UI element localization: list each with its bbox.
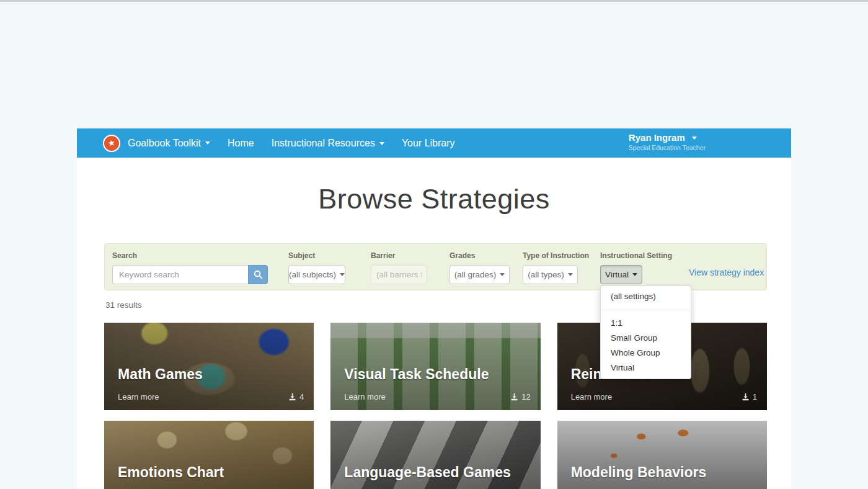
menu-item-one-to-one[interactable]: 1:1 <box>601 316 691 331</box>
search-icon <box>254 270 263 279</box>
instructional-setting-label: Instructional Setting <box>600 251 672 260</box>
nav-item-your-library[interactable]: Your Library <box>402 138 455 149</box>
navbar: ★ Goalbook Toolkit Home Instructional Re… <box>77 128 791 158</box>
menu-item-virtual[interactable]: Virtual <box>601 361 691 375</box>
caret-down-icon <box>379 142 384 145</box>
menu-item-small-group[interactable]: Small Group <box>601 331 691 346</box>
grades-value: (all grades) <box>454 270 497 279</box>
results-count: 31 results <box>105 300 142 310</box>
caret-down-icon <box>500 273 505 276</box>
menu-divider <box>601 310 691 310</box>
caret-down-icon <box>632 273 637 276</box>
download-icon <box>510 393 518 401</box>
setting-value: Virtual <box>605 270 629 279</box>
download-count: 12 <box>521 392 530 402</box>
strategy-card-visual-task-schedule[interactable]: Visual Task Schedule Learn more 12 <box>330 323 540 410</box>
search-button[interactable] <box>248 265 268 284</box>
card-title: Emotions Chart <box>118 464 224 481</box>
window-top-edge <box>0 0 868 2</box>
page-title: Browse Strategies <box>77 183 791 215</box>
strategy-card-modeling-behaviors[interactable]: Modeling Behaviors <box>557 421 767 489</box>
caret-down-icon <box>568 273 573 276</box>
menu-item-all-settings[interactable]: (all settings) <box>601 289 691 304</box>
grades-label: Grades <box>450 251 510 260</box>
filter-bar: Search Subject (all subjects) Barrier Gr… <box>104 243 767 290</box>
type-of-instruction-label: Type of Instruction <box>523 251 589 260</box>
card-title: Modeling Behaviors <box>571 464 707 481</box>
caret-down-icon <box>692 137 697 140</box>
download-icon <box>742 393 750 401</box>
type-value: (all types) <box>528 270 564 279</box>
subject-value: (all subjects) <box>289 270 336 279</box>
strategy-card-language-based-games[interactable]: Language-Based Games <box>330 421 540 489</box>
grades-dropdown[interactable]: (all grades) <box>450 265 510 284</box>
user-name: Ryan Ingram <box>629 132 685 143</box>
view-strategy-index-link[interactable]: View strategy index <box>689 267 764 277</box>
nav-item-instructional-resources[interactable]: Instructional Resources <box>272 138 384 149</box>
goalbook-logo-icon: ★ <box>103 135 120 152</box>
brand-label: Goalbook Toolkit <box>128 138 201 149</box>
barrier-label: Barrier <box>371 251 427 260</box>
search-input[interactable] <box>112 265 248 284</box>
nav-item-label: Instructional Resources <box>272 138 375 148</box>
instructional-setting-dropdown[interactable]: Virtual <box>600 265 642 284</box>
user-role: Special Education Teacher <box>629 144 706 151</box>
brand-menu[interactable]: ★ Goalbook Toolkit <box>103 135 210 152</box>
user-menu[interactable]: Ryan Ingram Special Education Teacher <box>629 132 706 151</box>
subject-label: Subject <box>288 251 345 260</box>
card-title: Language-Based Games <box>344 464 510 481</box>
caret-down-icon <box>340 273 345 276</box>
download-icon <box>288 393 296 401</box>
caret-down-icon <box>205 141 210 145</box>
learn-more-link[interactable]: Learn more <box>571 392 612 402</box>
type-of-instruction-dropdown[interactable]: (all types) <box>523 265 578 284</box>
learn-more-link[interactable]: Learn more <box>118 392 159 402</box>
instructional-setting-menu: (all settings) 1:1 Small Group Whole Gro… <box>600 285 691 379</box>
app-window: ★ Goalbook Toolkit Home Instructional Re… <box>77 128 791 489</box>
card-title: Math Games <box>118 366 203 383</box>
download-count: 1 <box>753 392 757 402</box>
download-count: 4 <box>299 392 304 402</box>
subject-dropdown[interactable]: (all subjects) <box>288 265 345 284</box>
nav-item-home[interactable]: Home <box>228 138 254 149</box>
strategy-card-emotions-chart[interactable]: Emotions Chart <box>104 421 314 489</box>
menu-item-whole-group[interactable]: Whole Group <box>601 346 691 361</box>
barrier-input[interactable] <box>371 265 427 284</box>
learn-more-link[interactable]: Learn more <box>344 392 385 402</box>
search-label: Search <box>112 251 268 260</box>
strategy-card-math-games[interactable]: Math Games Learn more 4 <box>104 323 314 410</box>
card-title: Visual Task Schedule <box>344 366 489 383</box>
